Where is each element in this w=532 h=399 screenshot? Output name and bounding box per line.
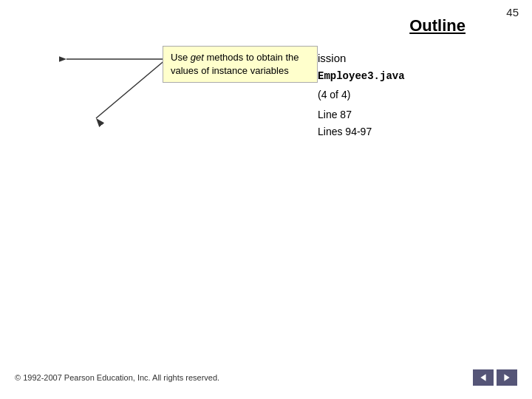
item-lines94: Lines 94-97 [318,126,372,137]
tooltip-box: Use get methods to obtain the values of … [163,46,318,83]
page-number: 45 [506,6,519,18]
item-of-count: (4 of 4) [318,89,350,100]
back-icon [479,373,488,382]
footer: © 1992-2007 Pearson Education, Inc. All … [0,369,532,386]
outline-title: Outline [409,16,466,35]
svg-line-3 [96,59,166,118]
svg-marker-4 [480,374,485,381]
item-employee-file: Employee3.java [318,70,405,82]
nav-forward-button[interactable] [497,369,517,386]
tooltip-italic: get [191,52,204,63]
copyright-text: © 1992-2007 Pearson Education, Inc. All … [15,373,219,382]
svg-marker-5 [504,374,509,381]
item-commission: ission [318,52,346,64]
item-line87: Line 87 [318,109,352,120]
nav-buttons [473,369,517,386]
forward-icon [502,373,511,382]
nav-back-button[interactable] [473,369,494,386]
